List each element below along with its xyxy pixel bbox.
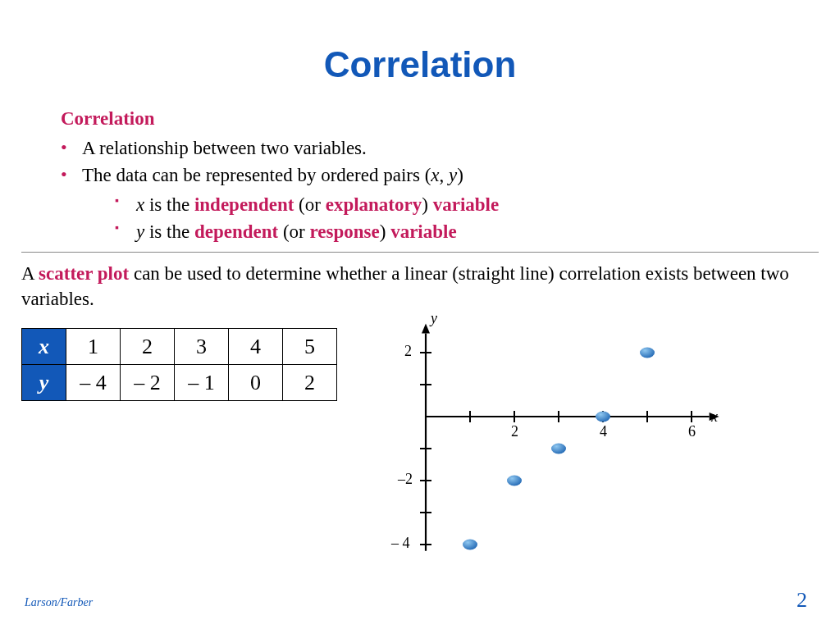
page-number: 2 xyxy=(797,588,807,613)
page-title: Correlation xyxy=(0,44,840,85)
text: ) xyxy=(422,194,432,215)
svg-point-17 xyxy=(507,476,522,486)
lower-row: x 1 2 3 4 5 y – 4 – 2 – 1 0 2 y x 2 –2 –… xyxy=(21,328,840,558)
var-y: y xyxy=(136,221,144,242)
svg-marker-3 xyxy=(422,324,430,334)
text: ) xyxy=(380,221,390,242)
table-cell: – 1 xyxy=(175,365,229,401)
text: ) xyxy=(457,165,463,185)
svg-point-18 xyxy=(551,444,566,454)
keyword: dependent xyxy=(194,221,278,242)
table-cell: 2 xyxy=(283,365,337,401)
data-table: x 1 2 3 4 5 y – 4 – 2 – 1 0 2 xyxy=(21,328,337,401)
var-y: y xyxy=(449,165,457,185)
keyword: independent xyxy=(194,194,294,215)
bullet-item: A relationship between two variables. xyxy=(61,134,791,162)
row-header-y: y xyxy=(22,365,66,401)
bullet-item: The data can be represented by ordered p… xyxy=(61,162,791,245)
table-row: y – 4 – 2 – 1 0 2 xyxy=(22,365,337,401)
scatter-svg xyxy=(370,312,731,558)
sub-bullet-list: x is the independent (or explanatory) va… xyxy=(115,191,791,246)
text: is the xyxy=(144,194,194,215)
table-cell: 3 xyxy=(175,329,229,365)
table-cell: 5 xyxy=(283,329,337,365)
table-cell: 4 xyxy=(229,329,283,365)
keyword: response xyxy=(310,221,380,242)
table-cell: 1 xyxy=(66,329,121,365)
divider xyxy=(21,252,819,253)
table-cell: 0 xyxy=(229,365,283,401)
row-header-x: x xyxy=(22,329,66,365)
footer-author: Larson/Farber xyxy=(25,596,93,609)
svg-point-20 xyxy=(640,348,655,358)
table-cell: 2 xyxy=(121,329,175,365)
keyword: variable xyxy=(390,221,457,242)
text: , xyxy=(440,165,450,185)
text: (or xyxy=(278,221,309,242)
keyword: variable xyxy=(433,194,500,215)
keyword: explanatory xyxy=(326,194,422,215)
var-x: x xyxy=(431,165,439,185)
sub-bullet-item: y is the dependent (or response) variabl… xyxy=(115,218,791,245)
text: (or xyxy=(294,194,325,215)
text: can be used to determine whether a linea… xyxy=(21,263,789,309)
sub-bullet-item: x is the independent (or explanatory) va… xyxy=(115,191,791,218)
svg-marker-1 xyxy=(710,412,719,421)
var-x: x xyxy=(136,194,144,215)
text: The data can be represented by ordered p… xyxy=(82,165,431,185)
scatter-plot: y x 2 –2 – 4 2 4 6 xyxy=(370,312,731,558)
table-row: x 1 2 3 4 5 xyxy=(22,329,337,365)
svg-point-19 xyxy=(596,412,610,422)
keyword: scatter plot xyxy=(39,263,129,284)
paragraph: A scatter plot can be used to determine … xyxy=(21,261,840,312)
table-cell: – 2 xyxy=(121,365,175,401)
bullet-list: A relationship between two variables. Th… xyxy=(61,134,791,245)
svg-point-16 xyxy=(463,540,477,550)
content-area: Correlation A relationship between two v… xyxy=(0,108,840,245)
table-cell: – 4 xyxy=(66,365,121,401)
text: is the xyxy=(144,221,194,242)
subheading: Correlation xyxy=(61,108,791,130)
text: A xyxy=(21,263,39,284)
